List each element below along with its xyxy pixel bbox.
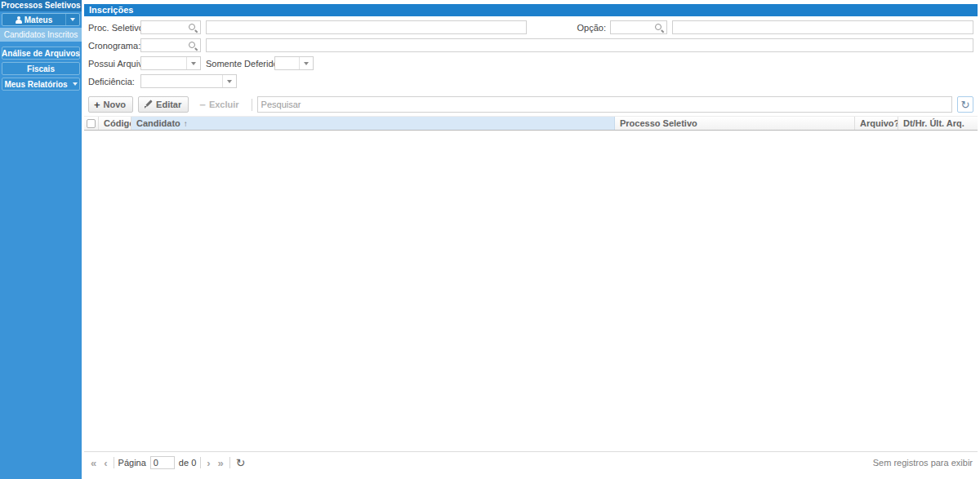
chevron-down-icon <box>304 62 309 65</box>
search-icon <box>654 23 664 33</box>
deficiencia-label: Deficiência: <box>88 77 140 86</box>
column-header-dthr-ult-arq[interactable]: Dt/Hr. Últ. Arq. <box>898 117 978 130</box>
proc-seletivo-name-field <box>206 20 527 34</box>
paging-separator <box>229 457 230 468</box>
editar-button-label: Editar <box>156 100 181 109</box>
chevron-down-icon <box>227 80 232 83</box>
opcao-name-field <box>672 20 973 34</box>
results-grid: Código Candidato ↑ Processo Seletivo Arq… <box>84 116 978 451</box>
prev-page-button[interactable]: ‹ <box>102 458 109 468</box>
sidebar-gap <box>0 42 82 45</box>
paging-refresh-button[interactable]: ↻ <box>234 457 247 468</box>
sort-asc-icon: ↑ <box>184 119 188 128</box>
last-page-button[interactable]: » <box>216 458 225 468</box>
page-input[interactable] <box>150 456 175 469</box>
cronograma-name-input[interactable] <box>207 39 973 51</box>
user-menu-main[interactable]: Mateus <box>2 14 66 25</box>
proc-seletivo-name-input[interactable] <box>207 21 526 33</box>
proc-seletivo-search-trigger[interactable] <box>185 21 200 33</box>
opcao-code-field <box>610 20 667 34</box>
deficiencia-input[interactable] <box>141 75 222 87</box>
sidebar-item-candidatos-inscritos[interactable]: Candidatos Inscritos <box>0 28 82 42</box>
column-header-candidato[interactable]: Candidato ↑ <box>131 117 615 130</box>
cronograma-label: Cronograma: <box>88 41 140 51</box>
possui-arquivo-dropdown-trigger[interactable] <box>186 57 200 69</box>
grid-toolbar: + Novo Editar − Excluir ↻ <box>88 95 973 113</box>
editar-button[interactable]: Editar <box>138 96 189 113</box>
column-header-processo-seletivo[interactable]: Processo Seletivo <box>615 117 855 130</box>
cronograma-search-trigger[interactable] <box>185 39 200 51</box>
user-name-label: Mateus <box>24 16 52 24</box>
filter-row-2: Cronograma: <box>88 38 973 52</box>
search-field <box>257 96 952 113</box>
somente-deferidos-input[interactable] <box>275 57 299 69</box>
proc-seletivo-code-input[interactable] <box>141 21 185 33</box>
chevron-down-icon <box>73 82 78 86</box>
opcao-search-trigger[interactable] <box>652 21 666 33</box>
paging-separator <box>114 457 114 468</box>
paging-separator <box>200 457 201 468</box>
grid-body-empty <box>84 131 978 451</box>
page-label: Página <box>118 458 146 468</box>
user-menu-button[interactable]: Mateus <box>2 13 80 26</box>
somente-deferidos-label: Somente Deferidos: <box>206 59 274 69</box>
search-icon <box>188 41 198 51</box>
next-page-button[interactable]: › <box>205 458 212 468</box>
sidebar-item-analise-de-arquivos[interactable]: Análise de Arquivos <box>2 47 80 60</box>
refresh-icon: ↻ <box>961 100 970 110</box>
sidebar: Processos Seletivos Mateus Candidatos In… <box>0 0 82 479</box>
search-icon <box>188 23 198 33</box>
filter-form: Proc. Seletivo: Opção: <box>84 16 978 92</box>
search-input[interactable] <box>258 97 951 112</box>
filter-row-1: Proc. Seletivo: Opção: <box>88 20 973 34</box>
novo-button[interactable]: + Novo <box>88 96 133 113</box>
empty-status-text: Sem registros para exibir <box>873 458 973 468</box>
possui-arquivo-input[interactable] <box>141 57 186 69</box>
sidebar-item-fiscais[interactable]: Fiscais <box>2 62 80 75</box>
filter-row-4: Deficiência: <box>88 74 973 88</box>
cronograma-name-field <box>206 38 973 52</box>
sidebar-item-label: Meus Relatórios <box>4 80 67 89</box>
column-header-codigo[interactable]: Código <box>99 117 131 130</box>
cronograma-code-field <box>140 38 201 52</box>
toolbar-separator <box>252 99 252 111</box>
plus-icon: + <box>94 100 100 110</box>
page-count-label: de 0 <box>179 458 196 468</box>
deficiencia-combo <box>140 74 237 88</box>
main-panel: Inscrições Proc. Seletivo: Opção: <box>84 4 978 473</box>
sidebar-title: Processos Seletivos <box>0 0 82 11</box>
proc-seletivo-label: Proc. Seletivo: <box>88 23 140 33</box>
paging-toolbar: « ‹ Página de 0 › » ↻ Sem registros para… <box>84 451 978 473</box>
minus-icon: − <box>199 100 206 110</box>
possui-arquivo-label: Possui Arquivo: <box>88 59 140 69</box>
excluir-button-label: Excluir <box>209 100 239 109</box>
select-all-checkbox[interactable] <box>87 119 96 128</box>
chevron-down-icon <box>191 62 196 65</box>
pencil-icon <box>144 100 153 109</box>
opcao-name-input[interactable] <box>673 21 973 33</box>
excluir-button[interactable]: − Excluir <box>194 96 246 113</box>
filter-row-3: Possui Arquivo: Somente Deferidos: <box>88 56 973 70</box>
chevron-down-icon <box>70 18 75 21</box>
first-page-button[interactable]: « <box>89 458 98 468</box>
column-header-arquivo[interactable]: Arquivo? <box>855 117 898 130</box>
user-menu-caret[interactable] <box>66 14 79 25</box>
opcao-label: Opção: <box>559 23 610 33</box>
user-icon <box>16 16 22 24</box>
possui-arquivo-combo <box>140 56 201 70</box>
somente-deferidos-combo <box>274 56 314 70</box>
novo-button-label: Novo <box>104 100 127 109</box>
column-header-candidato-label: Candidato <box>136 118 180 128</box>
opcao-code-input[interactable] <box>611 21 652 33</box>
grid-header: Código Candidato ↑ Processo Seletivo Arq… <box>84 116 978 131</box>
deficiencia-dropdown-trigger[interactable] <box>222 75 236 87</box>
page-title: Inscrições <box>84 4 978 16</box>
proc-seletivo-code-field <box>140 20 201 34</box>
sidebar-item-meus-relatorios[interactable]: Meus Relatórios <box>2 78 80 91</box>
select-all-header[interactable] <box>84 117 99 130</box>
app-window: Processos Seletivos Mateus Candidatos In… <box>0 0 980 479</box>
refresh-button[interactable]: ↻ <box>957 96 973 113</box>
somente-deferidos-dropdown-trigger[interactable] <box>299 57 313 69</box>
cronograma-code-input[interactable] <box>141 39 185 51</box>
